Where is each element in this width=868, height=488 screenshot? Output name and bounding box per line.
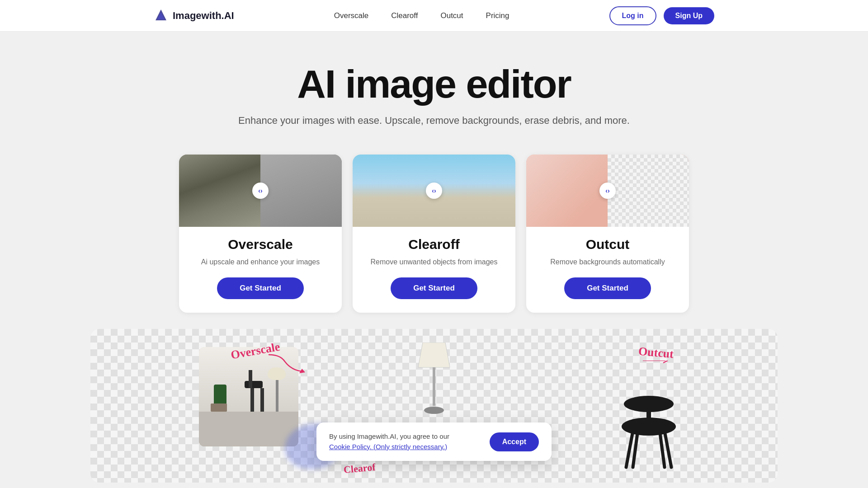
cookie-banner: By using Imagewith.AI, you agree to our … (316, 422, 552, 461)
clearoff-card: ‹› Clearoff Remove unwanted objects from… (353, 155, 515, 313)
demo-clearoff-label: Clearof (344, 463, 375, 474)
nav-links: Overscale Clearoff Outcut Pricing (334, 11, 509, 20)
signup-button[interactable]: Sign Up (664, 7, 714, 24)
accept-cookie-button[interactable]: Accept (490, 432, 539, 451)
svg-line-9 (626, 431, 633, 467)
outcut-get-started-button[interactable]: Get Started (564, 277, 651, 299)
hero-subtitle: Enhance your images with ease. Upscale, … (9, 115, 859, 127)
cookie-policy-link[interactable]: Cookie Policy. (Only strictly necessary.… (329, 443, 447, 450)
demo-chair-isolated (610, 390, 687, 474)
overscale-card: ‹› Overscale Ai upscale and enhance your… (179, 155, 342, 313)
svg-point-5 (424, 407, 444, 414)
svg-marker-3 (418, 343, 450, 367)
svg-rect-8 (646, 404, 651, 427)
nav-overscale[interactable]: Overscale (334, 11, 369, 20)
nav-pricing[interactable]: Pricing (486, 11, 509, 20)
svg-line-11 (633, 433, 637, 467)
nav-buttons: Log in Sign Up (609, 6, 714, 25)
cookie-text: By using Imagewith.AI, you agree to our … (329, 432, 472, 452)
outcut-card-desc: Remove backgrounds automatically (537, 257, 678, 267)
demo-lamp (416, 343, 452, 417)
logo[interactable]: Imagewith.AI (154, 9, 234, 23)
demo-overscale-label: Overscale (231, 344, 280, 358)
split-handle-overscale[interactable]: ‹› (252, 183, 269, 199)
nav-outcut[interactable]: Outcut (440, 11, 463, 20)
overscale-card-desc: Ai upscale and enhance your images (188, 257, 333, 267)
hero-section: AI image editor Enhance your images with… (0, 32, 868, 140)
hero-title: AI image editor (9, 63, 859, 105)
demo-outcut-label: Outcut (638, 346, 674, 360)
clearoff-card-desc: Remove unwanted objects from images (357, 257, 511, 267)
logo-text: Imagewith.AI (173, 10, 234, 22)
outcut-card: ‹› Outcut Remove backgrounds automatical… (526, 155, 689, 313)
svg-rect-4 (433, 367, 435, 406)
svg-line-12 (660, 433, 665, 467)
nav-clearoff[interactable]: Clearoff (391, 11, 418, 20)
overscale-card-image: ‹› (179, 155, 342, 227)
overscale-card-title: Overscale (228, 237, 292, 252)
clearoff-get-started-button[interactable]: Get Started (391, 277, 477, 299)
overscale-get-started-button[interactable]: Get Started (217, 277, 304, 299)
split-handle-clearoff[interactable]: ‹› (426, 183, 442, 199)
login-button[interactable]: Log in (609, 6, 656, 25)
clearoff-card-image: ‹› (353, 155, 515, 227)
split-handle-outcut[interactable]: ‹› (599, 183, 616, 199)
cards-container: ‹› Overscale Ai upscale and enhance your… (0, 140, 868, 313)
outcut-card-title: Outcut (586, 237, 630, 252)
svg-line-10 (665, 431, 671, 467)
clearoff-card-title: Clearoff (408, 237, 459, 252)
navbar: Imagewith.AI Overscale Clearoff Outcut P… (0, 0, 868, 32)
outcut-card-image: ‹› (526, 155, 689, 227)
